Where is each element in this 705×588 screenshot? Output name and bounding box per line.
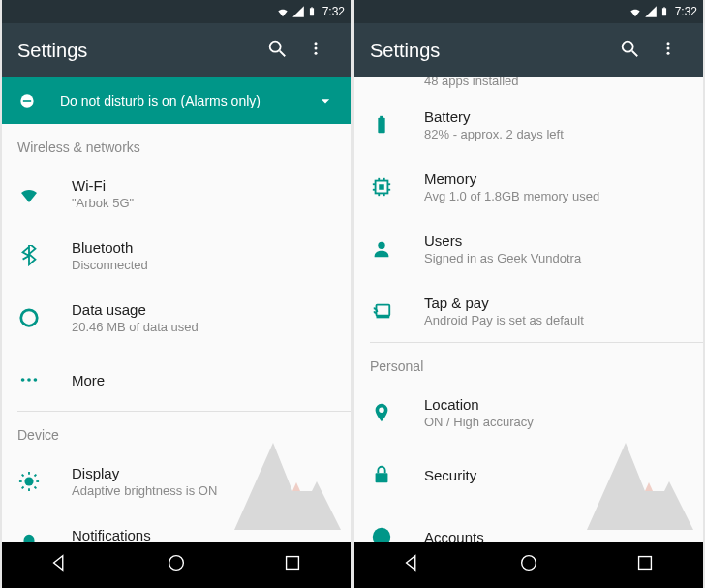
status-bar: 7:32 <box>2 0 351 23</box>
battery-icon <box>307 5 317 18</box>
item-memory[interactable]: MemoryAvg 1.0 of 1.8GB memory used <box>354 156 703 218</box>
item-battery[interactable]: Battery82% - approx. 2 days left <box>354 94 703 156</box>
nav-bar <box>2 542 351 588</box>
item-notifications[interactable]: Notifications48 apps installed <box>2 512 351 542</box>
data-usage-icon <box>18 307 40 328</box>
item-title: Security <box>424 467 476 483</box>
item-title: Memory <box>424 170 599 187</box>
item-sub: ON / High accuracy <box>424 415 534 429</box>
item-title: Battery <box>424 108 564 125</box>
overflow-button[interactable] <box>649 38 688 64</box>
overflow-button[interactable] <box>296 38 335 64</box>
bell-icon <box>18 533 40 542</box>
accounts-icon <box>371 526 392 542</box>
status-time: 7:32 <box>675 5 697 18</box>
item-title: Data usage <box>72 301 199 318</box>
wifi-icon <box>17 182 41 205</box>
page-title: Settings <box>370 40 610 62</box>
phone-left: 7:32 Settings Do not disturb is on (Alar… <box>2 0 351 588</box>
item-users[interactable]: UsersSigned in as Geek Vundotra <box>354 218 703 280</box>
recent-icon <box>634 552 656 573</box>
dnd-icon <box>17 91 37 110</box>
item-sub: 82% - approx. 2 days left <box>424 127 564 141</box>
item-title: Users <box>424 232 581 249</box>
lock-icon <box>371 464 392 485</box>
nav-back[interactable] <box>49 552 71 577</box>
item-accounts[interactable]: Accounts <box>354 506 703 542</box>
more-vert-icon <box>307 38 324 59</box>
item-title: Notifications <box>72 527 167 542</box>
status-time: 7:32 <box>322 5 345 18</box>
item-more[interactable]: More <box>2 349 351 411</box>
search-icon <box>266 38 288 59</box>
item-title: More <box>72 372 105 388</box>
item-title: Bluetooth <box>72 239 148 256</box>
search-icon <box>619 38 640 59</box>
memory-icon <box>371 176 392 198</box>
truncated-subtitle: 48 apps installed <box>354 77 703 94</box>
settings-list[interactable]: 48 apps installed Battery82% - approx. 2… <box>354 77 703 542</box>
item-title: Tap & pay <box>424 294 584 311</box>
item-sub: Android Pay is set as default <box>424 313 584 327</box>
section-personal: Personal <box>354 343 703 382</box>
nav-bar <box>354 542 703 588</box>
more-vert-icon <box>659 38 677 59</box>
item-title: Accounts <box>424 529 484 542</box>
item-wifi[interactable]: Wi-Fi"Arbok 5G" <box>2 163 351 225</box>
item-security[interactable]: Security <box>354 444 703 506</box>
signal-icon <box>291 5 305 18</box>
section-wireless: Wireless & networks <box>2 124 351 163</box>
section-device: Device <box>2 412 351 450</box>
recent-icon <box>282 552 303 573</box>
item-sub: Avg 1.0 of 1.8GB memory used <box>424 189 599 203</box>
home-icon <box>518 552 539 573</box>
tap-pay-icon <box>371 300 392 322</box>
location-icon <box>371 402 392 423</box>
page-title: Settings <box>17 40 258 62</box>
item-location[interactable]: LocationON / High accuracy <box>354 382 703 444</box>
item-title: Location <box>424 396 534 413</box>
phone-right: 7:32 Settings 48 apps installed Battery8… <box>354 0 703 588</box>
more-horiz-icon <box>18 369 40 390</box>
brightness-icon <box>18 471 40 492</box>
nav-home[interactable] <box>518 552 539 577</box>
bluetooth-icon <box>18 245 40 266</box>
nav-recent[interactable] <box>282 552 303 577</box>
app-bar: Settings <box>2 23 351 77</box>
app-bar: Settings <box>354 23 703 77</box>
back-icon <box>402 552 423 573</box>
item-tap-pay[interactable]: Tap & payAndroid Pay is set as default <box>354 280 703 342</box>
nav-back[interactable] <box>402 552 423 577</box>
item-display[interactable]: DisplayAdaptive brightness is ON <box>2 450 351 512</box>
wifi-icon <box>276 5 290 18</box>
dnd-message: Do not disturb is on (Alarms only) <box>60 93 292 108</box>
user-icon <box>371 238 392 260</box>
battery-icon <box>371 114 392 136</box>
nav-home[interactable] <box>166 552 187 577</box>
battery-icon <box>659 5 669 18</box>
status-bar: 7:32 <box>354 0 703 23</box>
wifi-icon <box>628 5 642 18</box>
item-title: Display <box>72 465 217 481</box>
search-button[interactable] <box>610 38 649 64</box>
item-sub: "Arbok 5G" <box>72 196 134 210</box>
expand-icon <box>316 91 335 110</box>
item-data-usage[interactable]: Data usage20.46 MB of data used <box>2 287 351 349</box>
nav-recent[interactable] <box>634 552 656 577</box>
item-sub: Signed in as Geek Vundotra <box>424 251 581 265</box>
item-sub: Disconnected <box>72 258 148 272</box>
dnd-banner[interactable]: Do not disturb is on (Alarms only) <box>2 77 351 124</box>
item-sub: Adaptive brightness is ON <box>72 483 217 498</box>
signal-icon <box>644 5 658 18</box>
home-icon <box>166 552 187 573</box>
settings-list[interactable]: Wireless & networks Wi-Fi"Arbok 5G" Blue… <box>2 124 351 542</box>
search-button[interactable] <box>258 38 296 64</box>
item-sub: 20.46 MB of data used <box>72 320 199 334</box>
back-icon <box>49 552 71 573</box>
item-title: Wi-Fi <box>72 177 134 194</box>
item-bluetooth[interactable]: BluetoothDisconnected <box>2 225 351 287</box>
